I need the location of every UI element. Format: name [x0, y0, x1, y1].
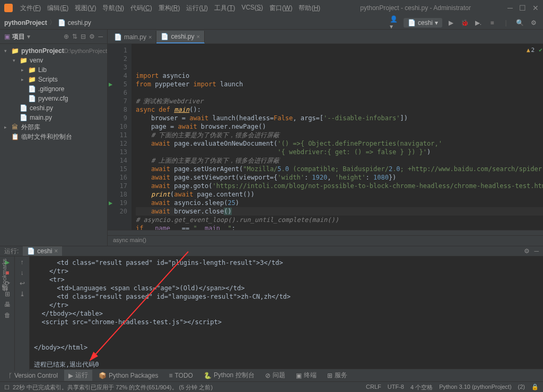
hide-icon[interactable]: ─ [534, 247, 539, 255]
menu-item[interactable]: 代码(C) [127, 4, 155, 13]
editor-gutter: 1234▶56789101112131415161718▶1920 [108, 44, 132, 230]
tree-row[interactable]: 📄.gitignore [0, 84, 107, 94]
menu-item[interactable]: 视图(V) [72, 4, 99, 13]
status-icon[interactable]: ☐ [4, 384, 10, 391]
bottom-tab[interactable]: ᚴVersion Control [4, 371, 62, 380]
window-title: pythonProject - ceshi.py - Administrator [323, 4, 507, 12]
soft-wrap-icon[interactable]: ↩ [20, 280, 25, 287]
nav-bar: pythonProject 〉 📄 ceshi.py 👤▾ 📄 ceshi ▾ … [0, 16, 543, 30]
side-tab-structure[interactable]: 结构 [0, 292, 10, 300]
settings-icon[interactable]: ⚙ [528, 17, 539, 28]
menu-item[interactable]: 工具(T) [211, 4, 238, 13]
up-icon[interactable]: ↑ [21, 259, 24, 266]
tree-row[interactable]: ▾📁pythonProject D:\pythonProject [0, 46, 107, 56]
chevron-down-icon: ▾ [435, 19, 438, 26]
app-logo-icon [4, 4, 13, 12]
editor-breadcrumb[interactable]: async main() [108, 235, 543, 246]
editor-tabs: 📄main.py×📄ceshi.py× [108, 30, 543, 44]
title-bar: 文件(F)编辑(E)视图(V)导航(N)代码(C)重构(R)运行(U)工具(T)… [0, 0, 543, 16]
breadcrumb: pythonProject 〉 📄 ceshi.py [4, 18, 91, 27]
editor-tab[interactable]: 📄main.py× [110, 31, 156, 43]
run-panel-header: 运行: 📄 ceshi × ⚙ ─ [0, 246, 543, 256]
print-icon[interactable]: 🖶 [4, 301, 11, 308]
menu-item[interactable]: 编辑(E) [44, 4, 72, 13]
editor-tab[interactable]: 📄ceshi.py× [156, 31, 204, 43]
menu-item[interactable]: 导航(N) [99, 4, 127, 13]
project-panel-title: 项目 [12, 32, 25, 41]
expand-all-icon[interactable]: ⇅ [72, 33, 77, 40]
debug-button[interactable]: 🐞 [459, 17, 470, 28]
inspections-widget[interactable]: ▲2 ✔1 ⌃ ⌄ ⋮ [527, 46, 543, 55]
code-content[interactable]: ▲2 ✔1 ⌃ ⌄ ⋮ import asynciofrom pyppeteer… [132, 44, 543, 230]
hide-icon[interactable]: ─ [98, 33, 103, 40]
horizontal-scrollbar[interactable] [108, 230, 543, 235]
breadcrumb-item[interactable]: pythonProject [4, 19, 47, 26]
run-config-dropdown[interactable]: 📄 ceshi ▾ [404, 18, 442, 28]
bottom-tab[interactable]: ⊘问题 [261, 370, 290, 381]
tree-row[interactable]: 📄pyvenv.cfg [0, 94, 107, 103]
lock-icon[interactable]: 🔒 [531, 384, 539, 391]
user-icon[interactable]: 👤▾ [390, 17, 400, 28]
close-icon[interactable]: × [54, 247, 58, 255]
chevron-down-icon[interactable]: ▾ [27, 33, 30, 40]
run-button[interactable]: ▶ [445, 17, 456, 28]
select-opened-file-icon[interactable]: ⊕ [64, 33, 69, 40]
menu-item[interactable]: 窗口(W) [266, 4, 295, 13]
menu-item[interactable]: 重构(R) [155, 4, 183, 13]
bottom-tab[interactable]: ▶运行 [64, 370, 92, 381]
down-icon[interactable]: ↓ [21, 269, 24, 277]
status-item[interactable]: CRLF [366, 384, 381, 391]
main-menu: 文件(F)编辑(E)视图(V)导航(N)代码(C)重构(R)运行(U)工具(T)… [17, 4, 323, 13]
tree-row[interactable]: ▾📁venv [0, 56, 107, 65]
bottom-tab[interactable]: ▣终端 [292, 370, 321, 381]
collapse-all-icon[interactable]: ⊟ [81, 33, 86, 40]
bottom-tab[interactable]: ⊞服务 [323, 370, 352, 381]
search-icon[interactable]: 🔍 [514, 17, 525, 28]
maximize-icon[interactable]: ☐ [519, 4, 526, 12]
status-item[interactable]: Python 3.10 (pythonProject) [439, 384, 511, 391]
close-icon[interactable]: × [148, 34, 152, 40]
divider: | [501, 17, 511, 28]
window-controls: ─ ☐ ✕ [507, 4, 539, 12]
close-icon[interactable]: × [197, 33, 200, 40]
tree-row[interactable]: ▸📁Lib [0, 65, 107, 75]
project-icon: ▣ [4, 33, 10, 40]
console-output[interactable]: <td class="result passed" id="plugins-le… [30, 256, 543, 371]
stop-button[interactable]: ■ [487, 17, 497, 28]
status-message: 22秒 中已完成索引。共享索引已应用于 72% 的文件(651/904)。 (5… [13, 384, 213, 391]
menu-item[interactable]: VCS(S) [238, 4, 266, 13]
bottom-tab[interactable]: 📦Python Packages [94, 371, 162, 380]
menu-item[interactable]: 帮助(H) [295, 4, 323, 13]
status-item[interactable]: 4 个空格 [410, 384, 433, 391]
run-with-coverage-button[interactable]: ▶. [473, 17, 484, 28]
side-tab-bookmarks[interactable]: Bookmarks [0, 254, 8, 292]
tree-row[interactable]: 📄ceshi.py [0, 103, 107, 113]
bottom-tab[interactable]: 🐍Python 控制台 [199, 370, 259, 381]
tree-row[interactable]: 📋临时文件和控制台 [0, 132, 107, 141]
tree-row[interactable]: ▸🏛外部库 [0, 122, 107, 132]
breadcrumb-item[interactable]: ceshi.py [68, 19, 91, 26]
breadcrumb-sep-icon: 〉 [49, 18, 56, 27]
run-tab-label: ceshi [37, 247, 52, 255]
run-toolbar-left-2: ↑ ↓ ↩ ⤓ [15, 256, 30, 371]
status-item[interactable]: UTF-8 [388, 384, 404, 391]
menu-item[interactable]: 文件(F) [17, 4, 44, 13]
status-bar: ☐ 22秒 中已完成索引。共享索引已应用于 72% 的文件(651/904)。 … [0, 381, 543, 392]
settings-icon[interactable]: ⚙ [524, 247, 530, 255]
delete-icon[interactable]: 🗑 [4, 311, 11, 319]
settings-icon[interactable]: ⚙ [89, 33, 95, 40]
status-item[interactable]: (2) [518, 384, 525, 391]
code-editor[interactable]: 1234▶56789101112131415161718▶1920 ▲2 ✔1 … [108, 44, 543, 230]
project-panel-header: ▣ 项目 ▾ ⊕ ⇅ ⊟ ⚙ ─ [0, 30, 107, 44]
editor-area: 📄main.py×📄ceshi.py× 1234▶567891011121314… [108, 30, 543, 246]
tree-row[interactable]: ▸📁Scripts [0, 75, 107, 84]
minimize-icon[interactable]: ─ [507, 4, 513, 12]
menu-item[interactable]: 运行(U) [183, 4, 211, 13]
close-icon[interactable]: ✕ [532, 4, 539, 12]
run-tab[interactable]: 📄 ceshi × [23, 246, 62, 256]
run-tool-window: 运行: 📄 ceshi × ⚙ ─ ▶ ■ ⟳ ⊞ 🖶 🗑 ↑ ↓ ↩ ⤓ <t… [0, 246, 543, 369]
bottom-tab[interactable]: ≡TODO [164, 371, 197, 380]
project-tree[interactable]: ▾📁pythonProject D:\pythonProject▾📁venv▸📁… [0, 44, 107, 246]
scroll-to-end-icon[interactable]: ⤓ [20, 290, 25, 298]
tree-row[interactable]: 📄main.py [0, 113, 107, 122]
